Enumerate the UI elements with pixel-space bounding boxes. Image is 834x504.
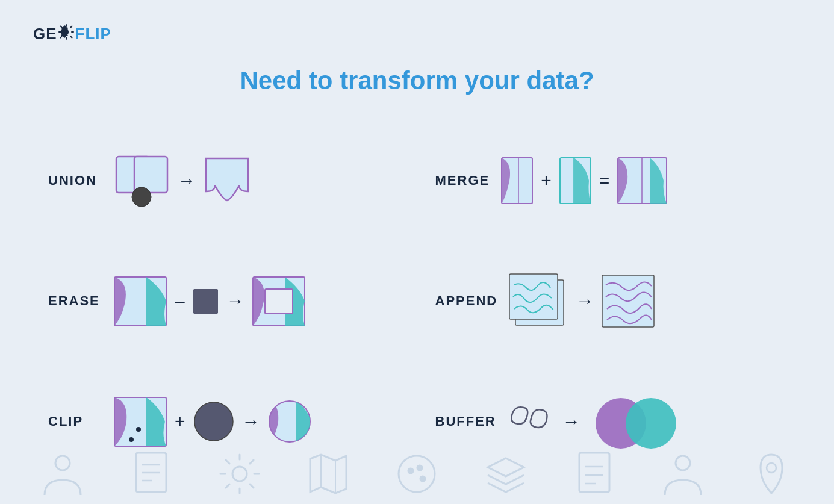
erase-mask-icon [192, 288, 219, 315]
merge-equals: = [599, 170, 610, 191]
op-label-append: APPEND [435, 293, 498, 309]
buffer-before-icon [507, 400, 555, 443]
clip-result-icon [267, 399, 313, 444]
clip-plus: + [175, 411, 185, 432]
clip-before-icon [113, 396, 167, 447]
svg-point-19 [194, 402, 233, 441]
logo-flip-text: FLIP [75, 25, 111, 43]
headline-text-after: your data? [458, 66, 594, 95]
svg-rect-12 [265, 289, 293, 314]
svg-point-2 [132, 187, 151, 207]
erase-result-icon [252, 276, 306, 327]
svg-rect-10 [193, 289, 218, 314]
op-visual-merge: + = [500, 157, 786, 205]
op-label-union: UNION [48, 173, 102, 188]
union-after-icon [203, 155, 251, 207]
op-cell-erase: ERASE – → [30, 241, 417, 361]
append-arrow: → [576, 291, 594, 311]
op-cell-union: UNION → [30, 120, 417, 241]
append-result-icon [601, 274, 655, 328]
svg-point-23 [626, 398, 676, 449]
op-visual-clip: + → [113, 396, 399, 447]
op-cell-clip: CLIP + → [30, 361, 417, 482]
op-visual-union: → [113, 154, 399, 208]
op-label-erase: ERASE [48, 293, 102, 309]
merge-piece1-icon [500, 157, 534, 205]
erase-before-icon [113, 276, 167, 327]
clip-circle-icon [193, 400, 235, 443]
logo-gear-icon [58, 24, 74, 44]
svg-point-17 [136, 427, 141, 432]
op-visual-append: → [508, 273, 786, 330]
op-cell-append: APPEND → [417, 241, 804, 361]
buffer-result-icon [588, 394, 681, 449]
op-visual-erase: – → [113, 276, 399, 327]
clip-arrow: → [242, 411, 260, 432]
logo-geo-text: GE [33, 25, 57, 43]
logo: GE FLIP [33, 24, 111, 44]
op-cell-buffer: BUFFER → [417, 361, 804, 482]
op-label-merge: MERGE [435, 173, 490, 188]
append-before-icon [508, 273, 568, 330]
operations-grid: UNION → [30, 120, 804, 482]
buffer-arrow: → [562, 411, 580, 432]
svg-point-18 [129, 437, 134, 442]
merge-piece2-icon [559, 157, 592, 205]
op-visual-buffer: → [507, 394, 786, 449]
headline-highlight: transform [340, 66, 458, 95]
merge-plus: + [541, 170, 552, 191]
page-headline: Need to transform your data? [0, 66, 834, 95]
op-label-clip: CLIP [48, 414, 102, 429]
headline-text-before: Need to [240, 66, 340, 95]
op-label-buffer: BUFFER [435, 414, 496, 429]
union-before-icon [113, 154, 170, 208]
merge-result-icon [617, 157, 668, 205]
union-arrow: → [178, 170, 196, 191]
erase-arrow: → [226, 291, 244, 311]
op-cell-merge: MERGE + [417, 120, 804, 241]
erase-minus: – [175, 291, 185, 311]
